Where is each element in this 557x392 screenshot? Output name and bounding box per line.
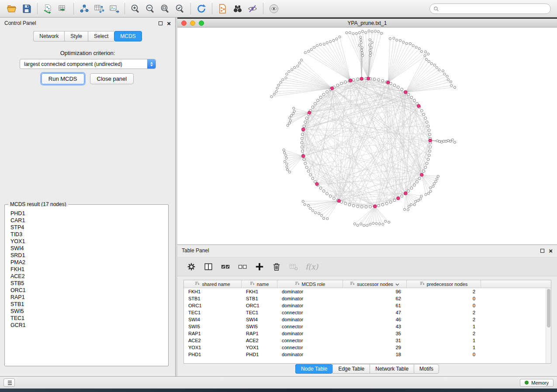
- table-row[interactable]: TEC1TEC1connector472: [184, 309, 546, 316]
- table-row[interactable]: FKH1FKH1dominator962: [184, 288, 546, 295]
- table-row[interactable]: ORC1ORC1dominator610: [184, 302, 546, 309]
- close-panel-button[interactable]: Close panel: [90, 73, 134, 84]
- mcds-result-item[interactable]: GCR1: [10, 322, 167, 329]
- network-from-table-icon[interactable]: [92, 2, 107, 16]
- table-cell: TEC1: [242, 309, 277, 316]
- column-header-predecessor-nodes[interactable]: predecessor nodes: [407, 280, 481, 288]
- hide-selected-icon[interactable]: [245, 2, 260, 16]
- mcds-result-list[interactable]: PHD1CAR1STP4TID3YOX1SWI4SRD1PMA2FKH1ACE2…: [6, 206, 167, 364]
- column-header-successor-nodes[interactable]: successor nodes: [343, 280, 407, 288]
- deselect-all-icon[interactable]: [237, 261, 248, 272]
- new-network-icon[interactable]: [77, 2, 92, 16]
- column-header-mcds-role[interactable]: MCDS role: [277, 280, 343, 288]
- table-panel: Table Panel × f(x) shared namenameMCDS r…: [177, 244, 557, 376]
- mcds-result-item[interactable]: YOX1: [10, 238, 167, 245]
- share-document-icon[interactable]: [215, 2, 230, 16]
- search-input[interactable]: [442, 6, 547, 12]
- memory-button[interactable]: Memory: [520, 379, 554, 387]
- close-table-panel-icon[interactable]: ×: [549, 248, 553, 254]
- zoom-out-icon[interactable]: [143, 2, 158, 16]
- search-icon: [433, 6, 439, 12]
- float-panel-icon[interactable]: [159, 21, 163, 25]
- table-row[interactable]: RAP1RAP1dominator352: [184, 330, 546, 337]
- tab-network-table[interactable]: Network Table: [370, 364, 414, 374]
- table-row[interactable]: ACE2ACE2connector311: [184, 337, 546, 344]
- table-cell: 1: [407, 323, 481, 330]
- tab-style[interactable]: Style: [64, 31, 88, 41]
- mcds-result-item[interactable]: PHD1: [10, 210, 167, 217]
- table-cell: YOX1: [242, 344, 277, 351]
- mcds-result-item[interactable]: TID3: [10, 231, 167, 238]
- task-history-button[interactable]: [3, 378, 15, 387]
- delete-column-icon[interactable]: [271, 261, 282, 272]
- column-header-shared-name[interactable]: shared name: [184, 280, 242, 288]
- window-minimize-icon[interactable]: [190, 21, 195, 26]
- column-layout-icon[interactable]: [203, 261, 214, 272]
- mcds-result-item[interactable]: STB1: [10, 301, 167, 308]
- zoom-fit-icon[interactable]: [158, 2, 173, 16]
- refresh-view-icon[interactable]: [194, 2, 209, 16]
- window-maximize-icon[interactable]: [199, 21, 204, 26]
- tab-node-table[interactable]: Node Table: [295, 364, 333, 374]
- mcds-result-item[interactable]: STB5: [10, 280, 167, 287]
- table-cell: connector: [277, 323, 343, 330]
- mcds-result-item[interactable]: CAR1: [10, 217, 167, 224]
- table-row[interactable]: PHD1PHD1dominator180: [184, 351, 546, 358]
- table-row[interactable]: SWI5SWI5connector431: [184, 323, 546, 330]
- list-icon: [6, 380, 12, 385]
- mcds-result-item[interactable]: SRD1: [10, 252, 167, 259]
- run-mcds-button[interactable]: Run MCDS: [42, 73, 84, 84]
- table-cell: 46: [343, 316, 407, 323]
- memory-status-icon: [525, 381, 529, 385]
- import-network-icon[interactable]: [41, 2, 55, 16]
- table-row[interactable]: SWI4SWI4dominator462: [184, 316, 546, 323]
- network-graph[interactable]: [177, 28, 557, 244]
- mcds-result-item[interactable]: SWI5: [10, 308, 167, 315]
- zoom-in-icon[interactable]: [128, 2, 143, 16]
- table-row[interactable]: YOX1YOX1connector291: [184, 344, 546, 351]
- table-cell: dominator: [277, 302, 343, 309]
- table-cell: connector: [277, 309, 343, 316]
- node-table-header: shared namenameMCDS rolesuccessor nodesp…: [184, 280, 551, 288]
- mcds-result-item[interactable]: TEC1: [10, 315, 167, 322]
- table-row[interactable]: STB1STB1dominator620: [184, 295, 546, 302]
- column-sort-icon: [195, 281, 200, 287]
- column-sort-icon: [250, 281, 255, 287]
- mcds-result-item[interactable]: ACE2: [10, 273, 167, 280]
- search-binoculars-icon[interactable]: [230, 2, 245, 16]
- table-cell: 61: [343, 302, 407, 309]
- tab-select[interactable]: Select: [88, 31, 114, 41]
- tab-network[interactable]: Network: [33, 31, 64, 41]
- mcds-result-item[interactable]: SWI4: [10, 245, 167, 252]
- criterion-dropdown-value: largest connected component (undirected): [24, 61, 147, 67]
- mcds-result-item[interactable]: FKH1: [10, 266, 167, 273]
- criterion-dropdown[interactable]: largest connected component (undirected): [20, 59, 156, 69]
- close-panel-icon[interactable]: ×: [167, 20, 171, 27]
- mcds-result-item[interactable]: RAP1: [10, 294, 167, 301]
- select-all-icon[interactable]: [220, 261, 231, 272]
- table-cell: STB1: [184, 295, 242, 302]
- add-column-icon[interactable]: [254, 261, 265, 272]
- column-header-name[interactable]: name: [242, 280, 277, 288]
- show-all-icon[interactable]: [266, 2, 281, 16]
- tab-mcds[interactable]: MCDS: [114, 31, 142, 41]
- tab-edge-table[interactable]: Edge Table: [332, 364, 370, 374]
- mcds-result-item[interactable]: ORC1: [10, 287, 167, 294]
- export-image-icon[interactable]: [107, 2, 121, 16]
- table-cell: 43: [343, 323, 407, 330]
- settings-gear-icon[interactable]: [186, 261, 197, 272]
- zoom-selected-icon[interactable]: [173, 2, 187, 16]
- table-scrollbar[interactable]: [546, 288, 551, 363]
- mcds-result-item[interactable]: STP4: [10, 224, 167, 231]
- open-session-icon[interactable]: [4, 2, 19, 16]
- network-window-titlebar[interactable]: YPA_prune.txt_1: [177, 19, 557, 28]
- import-table-icon[interactable]: [55, 2, 70, 16]
- float-table-panel-icon[interactable]: [540, 249, 544, 253]
- network-canvas[interactable]: [177, 28, 557, 244]
- window-close-icon[interactable]: [181, 21, 187, 26]
- search-box[interactable]: [429, 3, 551, 14]
- table-scrollbar-thumb[interactable]: [547, 289, 550, 327]
- save-session-icon[interactable]: [19, 2, 34, 16]
- tab-motifs[interactable]: Motifs: [414, 364, 439, 374]
- mcds-result-item[interactable]: PMA2: [10, 259, 167, 266]
